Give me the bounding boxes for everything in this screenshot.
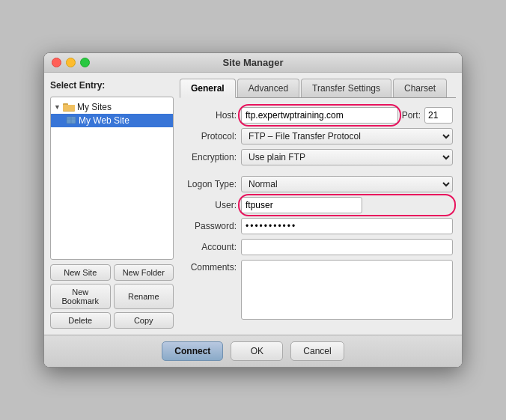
logon-type-row: Logon Type: Normal <box>183 176 453 192</box>
logon-type-label: Logon Type: <box>183 179 241 189</box>
tree-my-sites[interactable]: ▼ My Sites <box>51 100 173 114</box>
site-manager-window: Site Manager Select Entry: ▼ <box>43 52 463 368</box>
logon-spacer <box>183 170 453 176</box>
window-title: Site Manager <box>223 57 284 68</box>
left-buttons: New Site New Folder New Bookmark Rename … <box>50 264 174 329</box>
comments-label: Comments: <box>183 260 241 273</box>
account-input[interactable] <box>241 239 453 255</box>
host-input[interactable] <box>241 107 398 124</box>
protocol-select[interactable]: FTP – File Transfer Protocol <box>241 128 453 144</box>
copy-button[interactable]: Copy <box>114 312 174 329</box>
account-label: Account: <box>183 242 241 252</box>
form-area: Host: Port: Protocol: FTP – F <box>180 103 456 329</box>
folder-icon <box>63 103 75 112</box>
my-web-site-label: My Web Site <box>79 115 129 126</box>
my-sites-label: My Sites <box>77 102 112 112</box>
new-folder-button[interactable]: New Folder <box>114 264 174 281</box>
maximize-button[interactable] <box>80 58 90 67</box>
svg-rect-2 <box>63 105 75 111</box>
account-row: Account: <box>183 239 453 255</box>
tab-transfer-settings[interactable]: Transfer Settings <box>301 79 391 97</box>
tab-charset[interactable]: Charset <box>393 79 447 97</box>
host-row: Host: Port: <box>183 107 453 124</box>
protocol-row: Protocol: FTP – File Transfer Protocol <box>183 128 453 144</box>
encryption-label: Encryption: <box>183 152 241 162</box>
new-bookmark-button[interactable]: New Bookmark <box>50 284 111 309</box>
site-icon <box>66 116 76 125</box>
user-input-wrap <box>241 197 453 213</box>
password-input[interactable] <box>241 218 453 234</box>
encryption-select-wrap: Use plain FTP <box>241 149 453 165</box>
user-label: User: <box>183 200 241 210</box>
connect-button[interactable]: Connect <box>162 341 223 361</box>
host-label: Host: <box>183 110 241 121</box>
close-button[interactable] <box>52 58 61 67</box>
tab-general[interactable]: General <box>180 79 236 98</box>
protocol-label: Protocol: <box>183 131 241 141</box>
window-controls <box>52 58 90 67</box>
port-input[interactable] <box>424 107 453 124</box>
tab-advanced[interactable]: Advanced <box>237 79 299 97</box>
minimize-button[interactable] <box>66 58 76 67</box>
port-label: Port: <box>402 110 421 121</box>
tree-arrow-icon: ▼ <box>54 103 63 111</box>
tree-my-web-site[interactable]: My Web Site <box>51 114 173 127</box>
rename-button[interactable]: Rename <box>114 284 174 309</box>
window-body: Select Entry: ▼ My Sites <box>44 73 462 367</box>
user-row: User: <box>183 197 453 213</box>
encryption-row: Encryption: Use plain FTP <box>183 149 453 165</box>
right-panel: General Advanced Transfer Settings Chars… <box>180 79 456 329</box>
password-row: Password: <box>183 218 453 234</box>
main-area: Select Entry: ▼ My Sites <box>44 73 462 335</box>
logon-type-select[interactable]: Normal <box>241 176 453 192</box>
select-entry-label: Select Entry: <box>50 79 174 92</box>
left-panel: Select Entry: ▼ My Sites <box>50 79 174 329</box>
password-label: Password: <box>183 221 241 231</box>
ok-button[interactable]: OK <box>231 341 283 361</box>
tabs-bar: General Advanced Transfer Settings Chars… <box>180 79 456 98</box>
new-site-button[interactable]: New Site <box>50 264 111 281</box>
user-input[interactable] <box>241 197 362 213</box>
comments-row: Comments: <box>183 260 453 320</box>
cancel-button[interactable]: Cancel <box>290 341 344 361</box>
tree-container: ▼ My Sites <box>50 97 174 260</box>
host-input-wrap <box>241 107 398 124</box>
bottom-bar: Connect OK Cancel <box>44 335 462 367</box>
titlebar: Site Manager <box>44 53 462 73</box>
comments-textarea[interactable] <box>241 260 453 320</box>
logon-type-select-wrap: Normal <box>241 176 453 192</box>
delete-button[interactable]: Delete <box>50 312 111 329</box>
encryption-select[interactable]: Use plain FTP <box>241 149 453 165</box>
protocol-select-wrap: FTP – File Transfer Protocol <box>241 128 453 144</box>
